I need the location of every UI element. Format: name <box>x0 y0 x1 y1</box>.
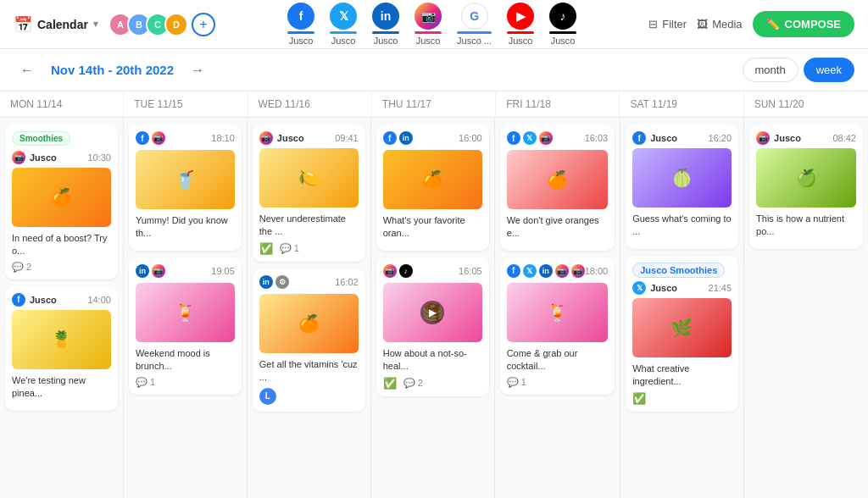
check-icon: ✅ <box>632 392 646 405</box>
li-icon: in <box>372 3 399 30</box>
right-actions: ⊟ Filter 🖼 Media ✏️ COMPOSE <box>648 11 854 37</box>
social-icon-gg[interactable]: GJusco ... <box>457 3 492 46</box>
card[interactable]: 📷 ♪ 16:05 🥞 ▶ How about a not-so-heal...… <box>376 257 489 396</box>
social-icon-yt[interactable]: ▶Jusco <box>507 3 534 46</box>
instagram-icon-2: 📷 <box>571 264 585 278</box>
card[interactable]: f 𝕏 in 📷 📷 18:00 🍹 Come & grab our cockt… <box>500 257 615 395</box>
next-week-button[interactable]: → <box>184 59 211 81</box>
post-text: What creative ingredient... <box>632 362 732 389</box>
post-time: 16:05 <box>459 266 482 276</box>
calendar-container: MON 11/14TUE 11/15WED 11/16THU 11/17FRI … <box>0 91 868 498</box>
social-icon-li[interactable]: inJusco <box>372 3 399 46</box>
day-header: SAT 11/19 <box>620 91 743 117</box>
post-time: 16:03 <box>585 133 609 143</box>
comment-count: 💬 1 <box>136 377 155 388</box>
facebook-icon: f <box>507 264 520 278</box>
comment-count: 💬 1 <box>507 377 526 388</box>
post-time: 08:42 <box>832 133 856 143</box>
day-col-thu: f in 16:00 🍊 What's your favorite oran..… <box>371 118 495 498</box>
card[interactable]: 📷 Jusco 08:42 🍏 This is how a nutrient p… <box>749 125 863 249</box>
post-image: 🍋 <box>259 148 359 208</box>
post-image: 🍍 <box>12 310 111 369</box>
platform-icons: f 📷 <box>136 131 165 145</box>
card-header: f 𝕏 in 📷 📷 18:00 <box>507 264 609 278</box>
facebook-icon: f <box>632 131 646 145</box>
image-icon: 🖼 <box>697 18 708 30</box>
card[interactable]: Jusco Smoothies 𝕏 Jusco 21:45 🌿 What cre… <box>626 256 738 412</box>
social-icon-fb[interactable]: fJusco <box>287 3 314 46</box>
play-button[interactable]: ▶ <box>420 301 444 324</box>
post-text: What's your favorite oran... <box>383 214 482 241</box>
card[interactable]: Smoothies 📷 Jusco 10:30 🍊 In need of a b… <box>5 125 118 279</box>
post-time: 18:00 <box>585 266 609 276</box>
social-icon-tk[interactable]: ♪Jusco <box>549 3 576 46</box>
post-text: Get all the vitamins 'cuz ... <box>259 358 359 385</box>
compose-button[interactable]: ✏️ COMPOSE <box>753 11 854 37</box>
card[interactable]: 📷 Jusco 09:41 🍋 Never underestimate the … <box>253 125 365 262</box>
post-text: Weekend mood is brunch... <box>136 347 235 374</box>
card-footer: 💬 1 <box>136 377 235 388</box>
post-image: 🍊 <box>259 294 359 353</box>
week-view-button[interactable]: week <box>804 58 854 82</box>
card[interactable]: in 📷 19:05 🍹 Weekend mood is brunch... 💬… <box>129 257 242 395</box>
social-icons-list: fJusco𝕏JuscoinJusco📷JuscoGJusco ...▶Jusc… <box>287 3 576 46</box>
platform-underline <box>549 31 576 34</box>
month-view-button[interactable]: month <box>743 58 798 82</box>
card[interactable]: f Jusco 14:00 🍍 We're testing new pinea.… <box>5 286 118 411</box>
fb-icon: f <box>287 3 314 30</box>
calendar-logo[interactable]: 📅 Calendar ▾ <box>14 15 98 34</box>
filter-button[interactable]: ⊟ Filter <box>648 18 687 30</box>
date-range-text: Nov 14th - 20th 2022 <box>51 63 174 77</box>
tk-icon: ♪ <box>549 3 576 30</box>
avatar: D <box>164 13 188 36</box>
instagram-icon: 📷 <box>12 151 25 164</box>
platform-icons: 📷 ♪ <box>383 264 413 278</box>
platform-underline <box>330 31 357 34</box>
instagram-icon: 📷 <box>555 264 569 278</box>
platform-name: Jusco <box>289 36 314 46</box>
social-icon-tw[interactable]: 𝕏Jusco <box>330 3 357 46</box>
card[interactable]: f in 16:00 🍊 What's your favorite oran..… <box>376 125 489 251</box>
card[interactable]: f 📷 18:10 🥤 Yummy! Did you know th... <box>129 125 242 251</box>
post-time: 21:45 <box>709 283 732 293</box>
post-time: 16:20 <box>709 133 732 143</box>
card[interactable]: f 𝕏 📷 16:03 🍊 We don't give oranges e... <box>500 125 615 251</box>
post-time: 16:02 <box>335 277 359 287</box>
filter-label: Filter <box>662 18 687 30</box>
section-label: Jusco Smoothies <box>632 263 725 278</box>
post-image: 🍊 <box>383 150 482 209</box>
media-label: Media <box>712 18 742 30</box>
post-text: We're testing new pinea... <box>12 374 111 401</box>
card[interactable]: in ⚙ 16:02 🍊 Get all the vitamins 'cuz .… <box>253 268 365 412</box>
prev-week-button[interactable]: ← <box>14 59 41 81</box>
yt-icon: ▶ <box>507 3 534 30</box>
day-headers: MON 11/14TUE 11/15WED 11/16THU 11/17FRI … <box>0 91 868 118</box>
pencil-icon: ✏️ <box>766 18 780 30</box>
calendar-icon: 📅 <box>14 15 32 34</box>
view-toggles: month week <box>743 58 855 82</box>
chevron-down-icon: ▾ <box>93 19 98 30</box>
platform-name: Jusco ... <box>457 36 492 46</box>
account-name: Jusco <box>774 133 801 143</box>
card-account: f Jusco 14:00 <box>12 293 111 307</box>
card-footer: 💬 2 <box>12 262 111 273</box>
post-time: 18:10 <box>211 133 235 143</box>
card[interactable]: f Jusco 16:20 🍈 Guess what's coming to .… <box>626 125 738 249</box>
account-name: Jusco <box>650 133 677 143</box>
social-icon-ig[interactable]: 📷Jusco <box>415 3 442 46</box>
post-image: 🥤 <box>136 150 235 209</box>
account-name: Jusco <box>650 283 677 293</box>
media-button[interactable]: 🖼 Media <box>697 18 742 30</box>
comment-count: 💬 2 <box>403 378 423 389</box>
twitter-icon: 𝕏 <box>523 264 537 278</box>
comment-count: 💬 2 <box>12 262 31 273</box>
date-range: Nov 14th - 20th 2022 <box>51 63 174 77</box>
add-member-button[interactable]: + <box>192 13 215 36</box>
post-image: 🍹 <box>507 283 609 342</box>
post-time: 09:41 <box>335 133 359 143</box>
card-account: 📷 Jusco 09:41 <box>259 131 359 145</box>
card-footer: 💬 1 <box>507 377 609 388</box>
platform-underline <box>457 31 492 34</box>
card-account: 📷 Jusco 08:42 <box>756 131 856 145</box>
platform-name: Jusco <box>509 36 533 46</box>
